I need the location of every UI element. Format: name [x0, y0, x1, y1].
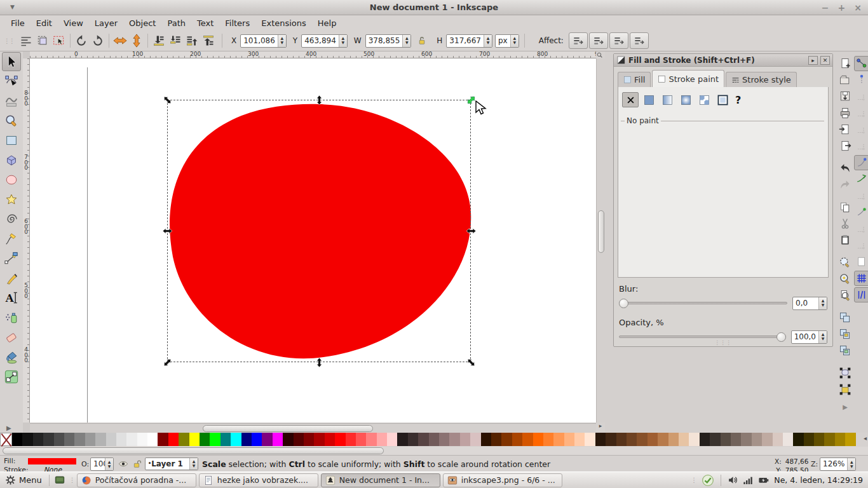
- deselect-icon[interactable]: [51, 32, 67, 49]
- palette-swatch[interactable]: [824, 433, 834, 446]
- snap-smooth-nodes-toggle[interactable]: [854, 221, 868, 236]
- panel-close-button[interactable]: ✕: [820, 56, 830, 65]
- palette-swatch[interactable]: [553, 433, 564, 446]
- palette-swatch[interactable]: [126, 433, 137, 446]
- swatch-button[interactable]: [714, 92, 731, 107]
- tab-fill[interactable]: Fill: [618, 72, 651, 87]
- palette-swatch[interactable]: [658, 433, 668, 446]
- rotate-ccw-icon[interactable]: [73, 32, 90, 49]
- gradient-tool[interactable]: [2, 367, 21, 386]
- bucket-tool[interactable]: [2, 348, 21, 367]
- menu-object[interactable]: Object: [123, 17, 161, 30]
- unknown-paint-button[interactable]: ?: [735, 94, 741, 106]
- transform-dialog-button[interactable]: [837, 382, 853, 397]
- duplicate-button[interactable]: [837, 310, 853, 325]
- layer-lock-icon[interactable]: [132, 459, 142, 471]
- undo-button[interactable]: [837, 161, 853, 176]
- palette-swatch[interactable]: [721, 433, 731, 446]
- spiral-tool[interactable]: [2, 210, 21, 229]
- palette-swatch[interactable]: [481, 433, 491, 446]
- palette-swatch[interactable]: [387, 433, 397, 446]
- export-document-button[interactable]: [837, 139, 853, 154]
- palette-swatch[interactable]: [574, 433, 585, 446]
- palette-swatch[interactable]: [752, 433, 762, 446]
- snap-cusp-nodes-toggle[interactable]: [854, 205, 868, 220]
- palette-swatch[interactable]: [200, 433, 210, 446]
- zoom-tool[interactable]: [2, 111, 21, 130]
- pen-tool[interactable]: [2, 249, 21, 268]
- create-clone-button[interactable]: [837, 327, 853, 342]
- palette-swatch[interactable]: [512, 433, 522, 446]
- snap-bbox-corners-toggle[interactable]: [854, 105, 868, 121]
- palette-scroll-arrow[interactable]: ◂: [864, 435, 867, 442]
- menu-layer[interactable]: Layer: [89, 17, 123, 30]
- palette-swatch[interactable]: [325, 433, 335, 446]
- flip-horizontal-icon[interactable]: [112, 32, 128, 49]
- y-field[interactable]: 463,894▲▼: [301, 34, 348, 48]
- palette-swatch[interactable]: [304, 433, 314, 446]
- palette-swatch[interactable]: [679, 433, 689, 446]
- minimize-button[interactable]: −: [822, 3, 829, 12]
- palette-swatch[interactable]: [470, 433, 480, 446]
- x-field[interactable]: 101,086▲▼: [240, 34, 287, 48]
- layer-visibility-icon[interactable]: [118, 459, 128, 471]
- unlink-clone-button[interactable]: [837, 343, 853, 358]
- menu-filters[interactable]: Filters: [219, 17, 255, 30]
- palette-swatch[interactable]: [731, 433, 741, 446]
- snap-guides-toggle[interactable]: [854, 287, 868, 302]
- snap-grid-toggle[interactable]: [854, 271, 868, 286]
- move-clones-toggle[interactable]: [609, 32, 628, 49]
- lower-to-bottom-icon[interactable]: [151, 32, 167, 49]
- palette-swatch[interactable]: [12, 433, 22, 446]
- palette-swatch[interactable]: [408, 433, 418, 446]
- palette-none-swatch[interactable]: [0, 433, 12, 446]
- raise-icon[interactable]: [184, 32, 200, 49]
- linear-gradient-button[interactable]: [659, 92, 675, 107]
- palette-swatch[interactable]: [397, 433, 407, 446]
- pencil-tool[interactable]: [2, 229, 21, 248]
- palette-swatch[interactable]: [439, 433, 449, 446]
- zoom-field[interactable]: 126%▲▼: [820, 458, 856, 471]
- palette-swatch[interactable]: [845, 433, 855, 446]
- no-paint-button[interactable]: [622, 92, 639, 107]
- palette-swatch[interactable]: [668, 433, 679, 446]
- palette-swatch[interactable]: [210, 433, 220, 446]
- snap-path-intersections-toggle[interactable]: [854, 188, 868, 203]
- handle-n[interactable]: [314, 95, 324, 105]
- menu-file[interactable]: File: [5, 17, 31, 30]
- palette-swatch[interactable]: [429, 433, 439, 446]
- raise-to-top-icon[interactable]: [200, 32, 217, 49]
- handle-se[interactable]: [466, 357, 476, 367]
- align-dialog-button[interactable]: [837, 365, 853, 381]
- palette-swatch[interactable]: [314, 433, 324, 446]
- palette-swatch[interactable]: [241, 433, 252, 446]
- palette-swatch[interactable]: [262, 433, 272, 446]
- palette-swatch[interactable]: [522, 433, 532, 446]
- snap-bbox-midpoints-toggle[interactable]: [854, 122, 868, 137]
- handle-nw[interactable]: [162, 95, 172, 105]
- opacity-slider[interactable]: [619, 336, 786, 338]
- palette-swatch[interactable]: [835, 433, 845, 446]
- clock[interactable]: Ne, 4. leden, 14:29:19: [774, 475, 863, 485]
- zoom-page-button[interactable]: [837, 288, 853, 303]
- handle-s[interactable]: [314, 357, 324, 367]
- snap-bbox-edges-toggle[interactable]: [854, 89, 868, 104]
- blur-slider-knob[interactable]: [619, 299, 628, 308]
- zoom-drawing-button[interactable]: [837, 271, 853, 287]
- new-document-button[interactable]: [837, 56, 853, 71]
- palette-swatch[interactable]: [137, 433, 147, 446]
- star-tool[interactable]: [2, 190, 21, 209]
- tab-stroke-paint[interactable]: Stroke paint: [652, 70, 724, 87]
- palette-swatch[interactable]: [231, 433, 241, 446]
- palette-swatch[interactable]: [793, 433, 803, 446]
- updates-ok-icon[interactable]: [702, 474, 714, 487]
- palette-swatch[interactable]: [491, 433, 501, 446]
- palette-swatch[interactable]: [700, 433, 710, 446]
- snap-bbox-centers-toggle[interactable]: [854, 139, 868, 154]
- palette-swatch[interactable]: [762, 433, 772, 446]
- palette-swatch[interactable]: [346, 433, 356, 446]
- import-document-button[interactable]: [837, 122, 853, 137]
- taskbar-window-image-viewer[interactable]: inkscape3.png - 6/6 - ...: [443, 473, 562, 487]
- save-document-button[interactable]: [837, 89, 853, 104]
- palette-swatch[interactable]: [22, 433, 32, 446]
